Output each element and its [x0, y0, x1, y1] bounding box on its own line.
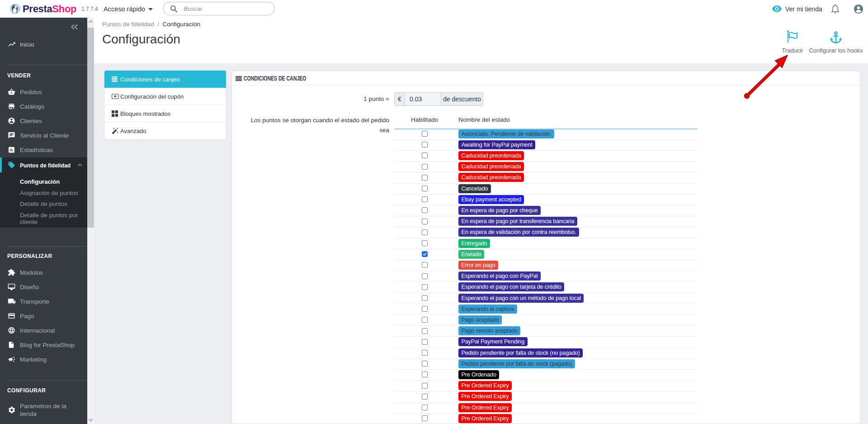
svg-text:1: 1 [115, 95, 116, 97]
